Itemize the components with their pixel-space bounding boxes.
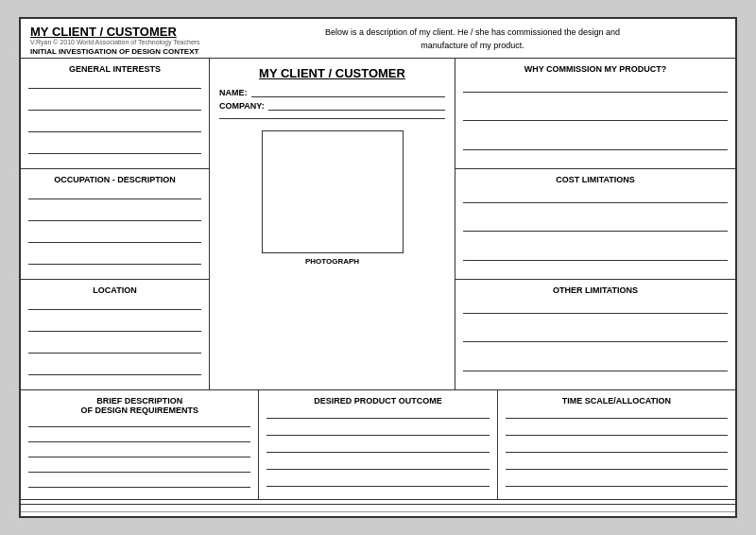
line [506,469,728,470]
line [28,88,201,89]
line [506,435,728,436]
location-section: LOCATION [21,280,209,389]
line [28,457,250,457]
main-title: MY CLIENT / CUSTOMER [30,25,219,39]
why-commission-label: WHY COMMISSION MY PRODUCT? [524,64,667,74]
line [28,472,250,473]
design-requirements-col: BRIEF DESCRIPTION OF DESIGN REQUIREMENTS [21,390,259,499]
line [28,426,250,427]
name-input-line[interactable] [251,96,446,97]
line [28,331,201,332]
left-column: GENERAL INTERESTS OCCUPATION - DESCRIPTI… [21,59,210,389]
location-lines [28,299,201,386]
line [463,120,728,121]
time-scale-col: TIME SCALE/ALLOCATION [498,390,735,499]
header: MY CLIENT / CUSTOMER V.Ryan © 2010 World… [21,19,735,59]
line [506,418,728,419]
separator-line [219,118,445,119]
line [28,220,201,221]
line [266,452,489,453]
main-body: GENERAL INTERESTS OCCUPATION - DESCRIPTI… [21,59,735,390]
occupation-lines [28,188,201,275]
line [463,202,728,203]
center-column: MY CLIENT / CUSTOMER NAME: COMPANY: PHOT… [210,59,455,389]
line [28,441,250,442]
line [28,309,201,310]
design-requirements-lines [28,419,250,495]
line [463,313,728,314]
header-description: Below is a description of my client. He … [219,25,726,52]
line [28,131,201,132]
name-label: NAME: [219,88,248,97]
header-subtitle: INITIAL INVESTIGATION OF DESIGN CONTEXT [30,47,219,56]
footer-line-1 [21,504,735,505]
why-commission-lines [463,78,728,164]
occupation-label: OCCUPATION - DESCRIPTION [54,175,176,184]
line [266,418,489,419]
desired-outcome-lines [266,409,489,495]
page: MY CLIENT / CUSTOMER V.Ryan © 2010 World… [19,17,737,518]
location-label: LOCATION [93,285,136,295]
time-scale-lines [506,409,728,495]
right-column: WHY COMMISSION MY PRODUCT? COST LIMITATI… [455,59,735,389]
occupation-section: OCCUPATION - DESCRIPTION [21,169,209,280]
desired-outcome-label: DESIRED PRODUCT OUTCOME [314,396,442,406]
company-field: COMPANY: [219,101,445,111]
cost-limitations-label: COST LIMITATIONS [556,175,635,184]
cost-limitations-lines [463,188,728,275]
line [463,260,728,261]
center-title: MY CLIENT / CUSTOMER [259,66,405,80]
description-text: Below is a description of my client. He … [325,27,620,50]
header-left: MY CLIENT / CUSTOMER V.Ryan © 2010 World… [30,25,219,56]
general-interests-lines [28,78,201,164]
line [28,353,201,354]
other-limitations-lines [463,299,728,386]
other-limitations-section: OTHER LIMITATIONS [455,280,735,389]
line [266,435,489,436]
copyright: V.Ryan © 2010 World Association of Techn… [30,39,219,45]
desired-outcome-col: DESIRED PRODUCT OUTCOME [259,390,497,499]
time-scale-label: TIME SCALE/ALLOCATION [562,396,671,406]
photo-label: PHOTOGRAPH [305,257,359,266]
line [266,469,489,470]
name-field: NAME: [219,88,445,97]
line [506,452,728,453]
general-interests-section: GENERAL INTERESTS [21,59,209,169]
cost-limitations-section: COST LIMITATIONS [455,169,735,280]
other-limitations-label: OTHER LIMITATIONS [553,285,638,295]
line [463,341,728,342]
why-commission-section: WHY COMMISSION MY PRODUCT? [455,59,735,169]
bottom-row: BRIEF DESCRIPTION OF DESIGN REQUIREMENTS… [21,390,735,499]
line [266,486,489,487]
photo-box [262,130,404,253]
line [28,153,201,154]
line [28,374,201,375]
design-requirements-label: BRIEF DESCRIPTION OF DESIGN REQUIREMENTS [80,396,198,415]
line [463,231,728,232]
line [28,242,201,243]
general-interests-label: GENERAL INTERESTS [69,64,161,74]
line [463,149,728,150]
footer-line-2 [21,511,735,512]
line [463,92,728,93]
company-input-line[interactable] [268,110,445,111]
line [28,264,201,265]
line [506,486,728,487]
line [28,110,201,111]
line [28,487,250,488]
line [28,198,201,199]
footer-lines [21,499,735,516]
line [463,371,728,371]
company-label: COMPANY: [219,101,265,111]
